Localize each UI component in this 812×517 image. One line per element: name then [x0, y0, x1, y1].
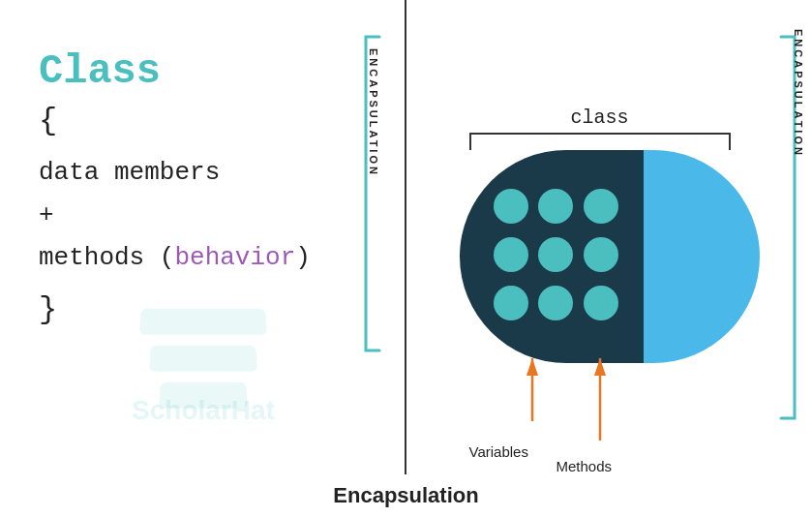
methods-text: methods (: [39, 243, 174, 272]
dot-3: [584, 189, 618, 224]
dot-5: [538, 237, 573, 272]
class-label-text: class: [570, 106, 628, 129]
class-bracket: [469, 133, 731, 150]
encapsulation-label-right: ENCAPSULATION: [793, 29, 804, 426]
capsule: [460, 150, 760, 363]
dot-6: [584, 237, 618, 272]
capsule-diagram: class: [460, 150, 760, 363]
methods-label: Methods: [556, 458, 613, 474]
dot-7: [494, 286, 528, 320]
code-methods: methods (behavior): [39, 243, 377, 272]
encapsulation-bracket-right: ENCAPSULATION: [773, 29, 807, 426]
right-panel: class: [406, 0, 812, 474]
variables-arrow: [513, 358, 571, 436]
dots-grid: [479, 174, 634, 339]
watermark-layer-1: [139, 309, 267, 335]
methods-arrow: [581, 358, 639, 455]
methods-suffix: ): [295, 243, 311, 272]
dot-1: [494, 189, 528, 224]
watermark-text: ScholarHat: [132, 395, 275, 426]
code-plus: +: [39, 200, 377, 229]
bottom-title-bar: Encapsulation: [0, 474, 812, 517]
dot-9: [584, 286, 618, 320]
dot-8: [538, 286, 573, 320]
main-container: Class { data members + methods (behavior…: [0, 0, 812, 474]
dot-4: [494, 237, 528, 272]
dot-2: [538, 189, 573, 224]
class-label-area: class: [469, 106, 731, 150]
svg-marker-3: [594, 358, 606, 376]
behavior-text: behavior: [174, 243, 295, 272]
code-class-keyword: Class: [39, 48, 377, 95]
left-panel: Class { data members + methods (behavior…: [0, 0, 406, 474]
encapsulation-label-left: ENCAPSULATION: [368, 48, 379, 378]
code-data-members: data members: [39, 158, 377, 187]
variables-label: Variables: [469, 443, 528, 460]
watermark-layer-2: [149, 346, 257, 372]
code-brace-open: {: [39, 103, 377, 138]
encapsulation-bracket-left: ENCAPSULATION: [358, 48, 387, 378]
bottom-title-text: Encapsulation: [333, 483, 478, 508]
svg-marker-1: [526, 358, 538, 376]
